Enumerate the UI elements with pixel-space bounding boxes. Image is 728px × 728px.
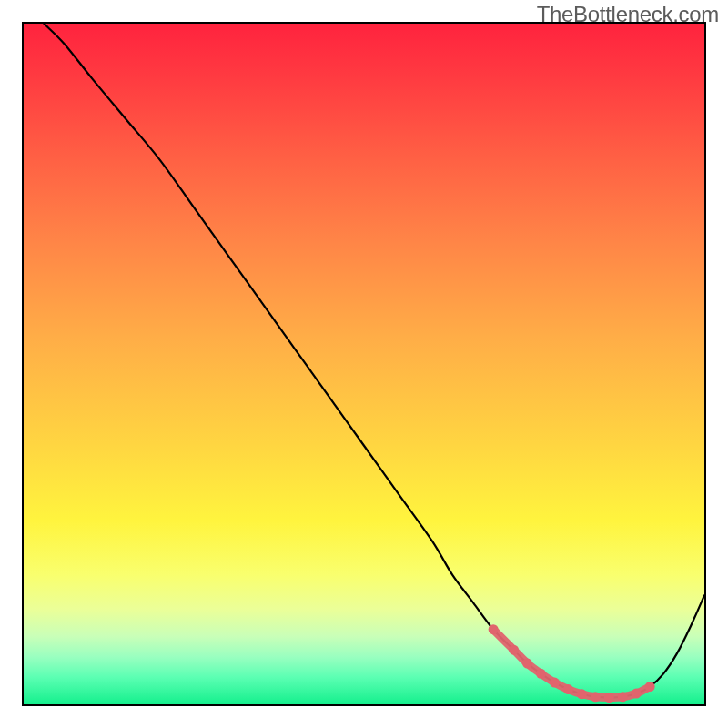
curve-left-segment xyxy=(44,24,704,698)
chart-svg-layer xyxy=(24,24,704,704)
marker-dot xyxy=(536,669,546,679)
marker-dot xyxy=(591,692,601,702)
marker-dot xyxy=(645,682,655,692)
watermark-text: TheBottleneck.com xyxy=(537,2,719,27)
marker-dot xyxy=(522,659,532,669)
marker-dot xyxy=(632,689,642,699)
marker-dot xyxy=(563,684,573,694)
marker-dot xyxy=(550,678,560,688)
marker-dot xyxy=(577,689,587,699)
marker-dot xyxy=(509,645,519,655)
marker-dot xyxy=(618,692,628,702)
marker-dot xyxy=(604,693,614,703)
marker-dot xyxy=(489,624,499,634)
chart-plot-area xyxy=(22,22,706,706)
curve-marker-dots xyxy=(489,624,655,703)
